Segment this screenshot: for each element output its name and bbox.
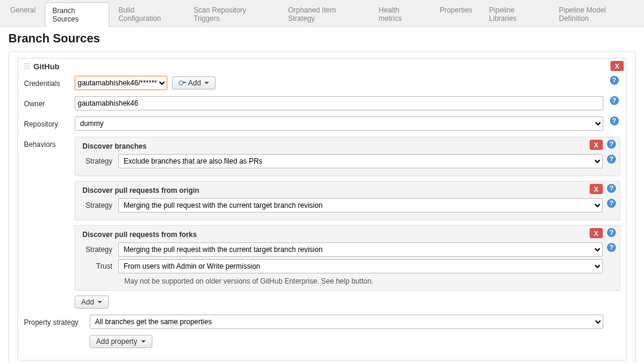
key-icon [179,79,186,87]
behavior-title: Discover pull requests from forks [82,230,603,239]
repository-select[interactable]: dummy [75,116,603,131]
help-icon[interactable]: ? [610,116,619,125]
remove-behavior-button[interactable]: X [590,140,603,150]
chevron-down-icon [204,82,209,84]
property-strategy-select[interactable]: All branches get the same properties [90,315,603,329]
add-behavior-button[interactable]: Add [75,296,109,309]
add-credentials-button[interactable]: Add [172,76,216,90]
help-icon[interactable]: ? [607,199,616,208]
behavior-title: Discover pull requests from origin [82,186,603,195]
help-icon[interactable]: ? [607,228,616,237]
tab-general[interactable]: General [2,2,44,26]
behavior-select[interactable]: Merging the pull request with the curren… [118,242,603,257]
behavior-row: TrustFrom users with Admin or Write perm… [82,259,603,273]
source-type-heading: GitHub [24,62,620,71]
help-icon[interactable]: ? [610,76,619,85]
behavior-field-label: Strategy [82,157,118,165]
behavior-row: StrategyMerging the pull request with th… [82,198,603,213]
branch-sources-section: X GitHub Credentials gautamabhishek46/**… [8,51,636,363]
source-type-label: GitHub [33,62,59,71]
behaviors-label: Behaviors [24,137,75,149]
remove-behavior-button[interactable]: X [590,184,603,194]
help-icon[interactable]: ? [607,155,616,164]
owner-label: Owner [24,96,75,108]
help-icon[interactable]: ? [610,96,619,105]
help-icon[interactable]: ? [607,184,616,193]
behavior-title: Discover branches [82,142,603,150]
behavior-note: May not be supported on older versions o… [124,277,603,285]
tab-health-metrics[interactable]: Health metrics [371,2,431,26]
add-property-button[interactable]: Add property [90,335,152,348]
tab-pipeline-model-definition[interactable]: Pipeline Model Definition [551,2,643,26]
behavior-select[interactable]: From users with Admin or Write permissio… [118,259,603,273]
help-icon[interactable]: ? [607,243,616,252]
tab-pipeline-libraries[interactable]: Pipeline Libraries [482,2,550,26]
owner-input[interactable] [75,96,603,110]
behavior-field-label: Strategy [82,245,118,254]
github-source-group: X GitHub Credentials gautamabhishek46/**… [17,58,627,361]
tab-properties[interactable]: Properties [432,2,480,26]
repository-label: Repository [24,116,75,128]
behavior-box: X??Discover pull requests from forksStra… [75,225,620,291]
help-icon[interactable]: ? [607,140,616,149]
behavior-row: StrategyMerging the pull request with th… [82,242,603,257]
tab-scan-repository-triggers[interactable]: Scan Repository Triggers [186,2,279,26]
chevron-down-icon [97,301,102,303]
behavior-field-label: Trust [82,262,118,270]
behavior-box: X??Discover pull requests from originStr… [75,181,620,220]
config-tabs: GeneralBranch SourcesBuild Configuration… [0,0,644,27]
tab-build-configuration[interactable]: Build Configuration [111,2,185,26]
tab-orphaned-item-strategy[interactable]: Orphaned Item Strategy [280,2,370,26]
behavior-select[interactable]: Exclude branches that are also filed as … [118,154,603,168]
credentials-label: Credentials [24,76,75,88]
remove-behavior-button[interactable]: X [590,228,603,238]
credentials-select[interactable]: gautamabhishek46/****** [75,76,167,90]
behavior-box: X??Discover branchesStrategyExclude bran… [75,137,620,176]
behavior-select[interactable]: Merging the pull request with the curren… [118,198,603,213]
property-strategy-label: Property strategy [24,315,90,327]
behavior-field-label: Strategy [82,201,118,210]
tab-branch-sources[interactable]: Branch Sources [45,2,109,27]
remove-source-button[interactable]: X [611,61,624,71]
page-title: Branch Sources [8,32,644,45]
drag-handle-icon[interactable] [24,63,30,70]
behavior-row: StrategyExclude branches that are also f… [82,154,603,168]
chevron-down-icon [141,340,146,343]
